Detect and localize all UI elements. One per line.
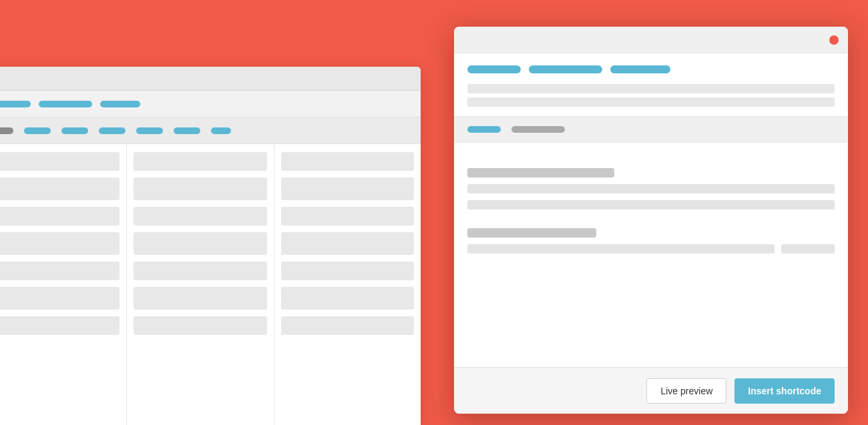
background-window <box>0 67 421 425</box>
bg-nav-pill-1 <box>24 127 51 134</box>
bg-row-1 <box>0 152 120 171</box>
field-label-2 <box>467 228 596 238</box>
bg-row-c3-2 <box>281 177 414 200</box>
bg-row-c2-6 <box>134 287 266 310</box>
bg-toolbar-pill-2 <box>39 101 92 107</box>
bg-nav-row <box>0 117 421 144</box>
bg-row-c2-5 <box>134 262 266 280</box>
bg-row-c2-4 <box>134 232 266 255</box>
section-tab-inactive[interactable] <box>511 126 565 133</box>
bg-row-c2-1 <box>134 152 266 171</box>
field-input-2 <box>467 200 835 209</box>
bg-row-c2-7 <box>134 316 266 335</box>
bg-window-toolbar <box>0 91 421 117</box>
content-bar-2 <box>467 97 835 107</box>
bg-row-4 <box>0 232 120 255</box>
bg-nav-pill-5 <box>174 127 200 134</box>
bg-row-c3-3 <box>281 207 414 226</box>
bg-window-content <box>0 144 421 425</box>
bg-window-header <box>0 67 421 91</box>
bg-nav-pill-2 <box>61 127 88 134</box>
field-label-1 <box>467 168 614 177</box>
modal-body <box>454 143 848 367</box>
bg-row-c2-2 <box>134 177 266 200</box>
bg-col-2 <box>127 144 274 425</box>
section-tab-active[interactable] <box>467 126 501 133</box>
field-input-1 <box>467 184 835 193</box>
bg-nav-pill-4 <box>136 127 163 134</box>
tab-pill-2[interactable] <box>529 65 602 73</box>
bg-toolbar-pill-1 <box>0 101 31 107</box>
content-bar-1 <box>467 84 835 93</box>
live-preview-button[interactable]: Live preview <box>646 378 726 404</box>
bg-row-c3-4 <box>281 232 414 255</box>
insert-shortcode-button[interactable]: Insert shortcode <box>734 378 835 404</box>
tab-pill-3[interactable] <box>610 65 670 73</box>
bg-col-3 <box>274 144 421 425</box>
bg-nav-pill-0 <box>0 127 13 134</box>
bg-row-2 <box>0 177 120 200</box>
field-input-row-short <box>781 244 835 254</box>
field-input-row-main <box>467 244 775 254</box>
bg-row-c3-7 <box>281 316 414 335</box>
modal-footer: Live preview Insert shortcode <box>454 367 848 414</box>
close-button[interactable] <box>829 35 839 45</box>
field-input-row <box>467 244 835 254</box>
bg-nav-pill-6 <box>211 127 231 134</box>
modal-tabs <box>454 53 848 84</box>
bg-nav-pill-3 <box>99 127 126 134</box>
tab-pill-1[interactable] <box>467 65 521 73</box>
modal-window-header <box>454 27 848 53</box>
bg-row-c3-5 <box>281 262 414 280</box>
bg-row-5 <box>0 262 120 280</box>
modal-window: Live preview Insert shortcode <box>454 27 848 414</box>
bg-row-6 <box>0 287 120 310</box>
bg-toolbar-pill-3 <box>100 101 140 107</box>
bg-row-3 <box>0 207 120 226</box>
bg-col-1 <box>0 144 127 425</box>
bg-row-c2-3 <box>134 207 266 226</box>
bg-row-7 <box>0 316 120 335</box>
section-divider <box>454 116 848 143</box>
bg-row-c3-1 <box>281 152 414 171</box>
bg-row-c3-6 <box>281 287 414 310</box>
